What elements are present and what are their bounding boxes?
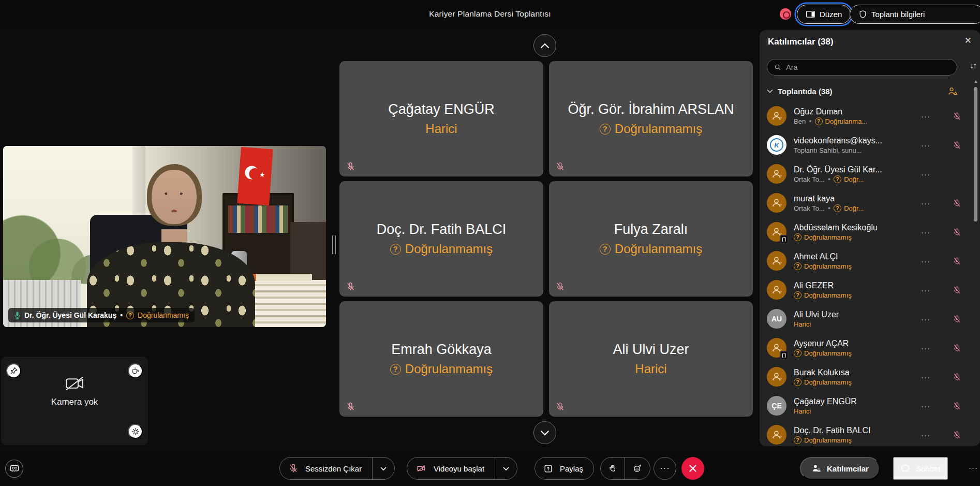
row-more-button[interactable]: ··· bbox=[921, 315, 930, 323]
tile-participant-name: Ali Ulvi Uzer bbox=[613, 342, 689, 358]
panel-resize-handle[interactable] bbox=[332, 235, 336, 254]
grid-scroll-up-button[interactable] bbox=[533, 34, 556, 57]
start-video-label: Videoyu başlat bbox=[432, 464, 486, 473]
row-more-button[interactable]: ··· bbox=[921, 228, 930, 237]
unverified-attendees-icon bbox=[947, 86, 958, 96]
row-more-button[interactable]: ··· bbox=[921, 373, 930, 381]
participant-name: Ali GEZER bbox=[794, 281, 852, 290]
video-tile[interactable]: Emrah Gökkaya ? Doğrulanmamış bbox=[339, 301, 543, 417]
participant-row[interactable]: ? Abdüsselam Kesikoğlu ● ? Doğrulanmamış… bbox=[760, 217, 972, 246]
unverified-question-icon: ? bbox=[600, 124, 611, 135]
chat-toggle-label: Sohbet bbox=[916, 464, 941, 473]
participant-row[interactable]: ? K K videokonferans@kays... Toplantı Sa… bbox=[760, 130, 972, 159]
start-video-button[interactable]: Videoyu başlat bbox=[407, 458, 495, 479]
participant-row[interactable]: ? Ahmet ALÇI ● ? Doğrulanmamış ··· bbox=[760, 246, 972, 275]
sort-participants-icon[interactable]: ↓↑ bbox=[970, 61, 976, 70]
row-more-button[interactable]: ··· bbox=[921, 170, 930, 179]
participant-row[interactable]: ? AU Ali Ulvi Uzer Harici ● ? ··· bbox=[760, 304, 972, 333]
close-panel-icon[interactable]: ✕ bbox=[964, 35, 972, 46]
raise-hand-button[interactable] bbox=[601, 458, 625, 479]
row-more-button[interactable]: ··· bbox=[921, 199, 930, 208]
self-speaker-name: Dr. Öğr. Üyesi Gül Karakuş bbox=[24, 311, 116, 319]
share-button[interactable]: Paylaş bbox=[534, 457, 594, 480]
participant-row[interactable]: ? Ali GEZER ● ? Doğrulanmamış ··· bbox=[760, 275, 972, 304]
video-tile[interactable]: Doç. Dr. Fatih BALCI ? Doğrulanmamış bbox=[339, 181, 543, 297]
scrollbar-thumb[interactable] bbox=[974, 87, 977, 222]
svg-text:CC: CC bbox=[12, 466, 17, 470]
participant-row[interactable]: ? Oğuz Duman Ben ● ? Doğrulanma... ··· bbox=[760, 101, 972, 130]
mic-muted-icon bbox=[953, 257, 961, 266]
meeting-window: Kariyer Planlama Dersi Toplantısı Düzen … bbox=[0, 0, 980, 486]
camera-off-label: Kamera yok bbox=[51, 397, 98, 407]
participant-list: ? Oğuz Duman Ben ● ? Doğrulanma... ··· bbox=[760, 101, 972, 449]
tile-participant-status: ? Harici bbox=[425, 122, 457, 136]
camera-off-tile[interactable]: Kamera yok bbox=[1, 357, 148, 445]
row-more-button[interactable]: ··· bbox=[921, 344, 930, 352]
mic-muted-icon bbox=[953, 228, 961, 237]
participants-icon bbox=[811, 463, 822, 474]
unverified-question-icon: ? bbox=[390, 364, 401, 375]
participant-row[interactable]: ? ÇE Çağatay ENGÜR Harici ● ? ··· bbox=[760, 391, 972, 420]
participant-row[interactable]: ? Doç. Dr. Fatih BALCI ● ? Doğrulanmamış… bbox=[760, 420, 972, 449]
unverified-question-icon: ? bbox=[794, 262, 801, 270]
camera-off-icon bbox=[64, 375, 85, 392]
video-tile[interactable]: Çağatay ENGÜR ? Harici bbox=[339, 61, 543, 176]
unmute-button[interactable]: Sessizden Çıkar bbox=[280, 458, 372, 479]
participant-status: ? Doğr... bbox=[834, 204, 864, 212]
participant-name: Ahmet ALÇI bbox=[794, 252, 852, 261]
search-input[interactable] bbox=[786, 63, 951, 71]
video-options-chevron[interactable] bbox=[495, 458, 517, 479]
unverified-question-icon: ? bbox=[600, 244, 611, 255]
participant-row[interactable]: ? Ayşenur AÇAR ● ? Doğrulanmamış ··· bbox=[760, 333, 972, 362]
in-meeting-section-header[interactable]: Toplantıda (38) bbox=[767, 82, 973, 100]
unverified-question-icon: ? bbox=[794, 291, 801, 299]
participant-row[interactable]: ? Burak Kolukısa ● ? Doğrulanmamış ··· bbox=[760, 362, 972, 391]
participant-row[interactable]: ? murat kaya Ortak To... ● ? Doğr... ··· bbox=[760, 188, 972, 217]
meeting-info-button[interactable]: Toplantı bilgileri bbox=[850, 5, 980, 24]
chat-toggle-button[interactable]: Sohbet bbox=[893, 457, 948, 480]
video-tile[interactable]: Ali Ulvi Uzer ? Harici bbox=[549, 301, 753, 417]
participant-status: ? Doğrulanmamış bbox=[794, 262, 852, 270]
participants-toggle-button[interactable]: Katılımcılar bbox=[800, 457, 880, 480]
unmute-split-button: Sessizden Çıkar bbox=[279, 457, 395, 480]
row-more-button[interactable]: ··· bbox=[921, 257, 930, 266]
panel-scrollbar[interactable]: ▲ ▼ bbox=[973, 82, 978, 439]
self-video-tile[interactable]: ★ Dr. Öğr. Üyesi Gül Karakuş • ? Doğrula… bbox=[3, 146, 326, 327]
more-panels-button[interactable]: ··· bbox=[969, 463, 978, 472]
grid-scroll-down-button[interactable] bbox=[533, 421, 556, 444]
reactions-smiley-button[interactable] bbox=[625, 458, 650, 479]
row-more-button[interactable]: ··· bbox=[921, 431, 930, 439]
avatar: ? bbox=[767, 164, 786, 184]
participant-role: Toplantı Sahibi, sunu... bbox=[794, 146, 862, 154]
row-more-button[interactable]: ··· bbox=[921, 286, 930, 294]
participant-status: ? Doğrulanmamış bbox=[794, 291, 852, 299]
leave-meeting-button[interactable] bbox=[681, 457, 704, 480]
closed-captions-button[interactable]: CC bbox=[5, 460, 23, 478]
self-video-feed: ★ bbox=[3, 146, 326, 327]
separator-dot: ● bbox=[828, 205, 830, 211]
audio-options-chevron[interactable] bbox=[373, 458, 394, 479]
participant-role: Ben bbox=[794, 117, 806, 125]
scrollbar-up-arrow[interactable]: ▲ bbox=[973, 79, 978, 84]
camera-muted-icon bbox=[415, 463, 427, 474]
unmute-label: Sessizden Çıkar bbox=[303, 464, 364, 473]
row-more-button[interactable]: ··· bbox=[921, 112, 930, 121]
row-more-button[interactable]: ··· bbox=[921, 402, 930, 410]
mic-muted-icon bbox=[555, 402, 565, 411]
chevron-down-icon bbox=[767, 89, 773, 93]
share-screen-icon bbox=[543, 464, 553, 474]
layout-icon bbox=[806, 10, 815, 19]
participant-row[interactable]: ? Dr. Öğr. Üyesi Gül Kar... Ortak To... … bbox=[760, 159, 972, 188]
participants-panel: Katılımcılar (38) ✕ ↓↑ Toplantıda (38) ? bbox=[760, 30, 980, 446]
more-options-button[interactable]: ··· bbox=[654, 457, 676, 480]
layout-button[interactable]: Düzen bbox=[797, 5, 851, 24]
row-more-button[interactable]: ··· bbox=[921, 141, 930, 150]
video-tile[interactable]: Fulya Zaralı ? Doğrulanmamış bbox=[549, 181, 753, 297]
tile-participant-name: Öğr. Gör. İbrahim ARSLAN bbox=[568, 101, 734, 117]
settings-gear-button[interactable] bbox=[128, 424, 143, 439]
active-speaker-label: Dr. Öğr. Üyesi Gül Karakuş • ? Doğrulanm… bbox=[8, 308, 195, 322]
video-tile[interactable]: Öğr. Gör. İbrahim ARSLAN ? Doğrulanmamış bbox=[549, 61, 753, 176]
tile-status-label: Doğrulanmamış bbox=[615, 122, 702, 136]
svg-text:?: ? bbox=[780, 290, 782, 294]
tile-status-label: Doğrulanmamış bbox=[405, 242, 493, 256]
